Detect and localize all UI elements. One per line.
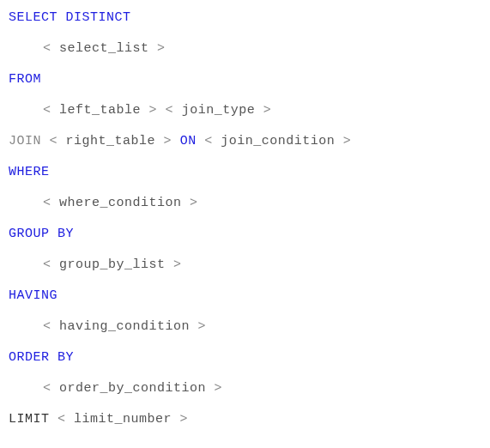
placeholder-left-table: left_table [59, 103, 141, 118]
angle-open: < [43, 319, 51, 334]
angle-open: < [43, 41, 51, 56]
angle-close: > [173, 257, 182, 272]
line-group-by-list: < group_by_list > [9, 257, 481, 273]
angle-close: > [164, 134, 172, 148]
angle-close: > [263, 103, 272, 118]
placeholder-limit-number: limit_number [74, 412, 172, 427]
placeholder-having-condition: having_condition [59, 319, 190, 334]
line-where-condition: < where_condition > [9, 196, 481, 211]
line-select: SELECT DISTINCT [9, 10, 481, 26]
angle-close: > [180, 412, 189, 427]
angle-open: < [166, 103, 174, 118]
keyword-where: WHERE [9, 165, 50, 179]
angle-open: < [50, 134, 58, 148]
keyword-distinct: DISTINCT [66, 10, 131, 25]
placeholder-select-list: select_list [59, 41, 149, 56]
keyword-limit: LIMIT [9, 412, 50, 427]
keyword-on: ON [180, 134, 197, 148]
sql-template-code: SELECT DISTINCT < select_list > FROM < l… [9, 10, 481, 427]
placeholder-join-condition: join_condition [221, 134, 335, 148]
line-group-by: GROUP BY [9, 227, 481, 242]
angle-open: < [43, 196, 51, 210]
line-where: WHERE [9, 165, 481, 180]
angle-open: < [57, 412, 66, 427]
keyword-select: SELECT [9, 10, 57, 25]
angle-close: > [215, 381, 223, 396]
angle-close: > [157, 41, 166, 56]
keyword-join: JOIN [9, 134, 41, 148]
line-order-by-condition: < order_by_condition > [9, 381, 481, 397]
keyword-order-by: ORDER BY [9, 350, 74, 365]
angle-close: > [198, 319, 207, 334]
line-select-list: < select_list > [9, 41, 481, 57]
angle-open: < [43, 103, 51, 118]
line-order-by: ORDER BY [9, 350, 481, 366]
placeholder-where-condition: where_condition [59, 196, 182, 210]
placeholder-right-table: right_table [66, 134, 156, 148]
placeholder-join-type: join_type [182, 103, 256, 118]
line-from: FROM [9, 72, 481, 88]
keyword-from: FROM [9, 72, 41, 87]
line-having-condition: < having_condition > [9, 319, 481, 335]
placeholder-group-by-list: group_by_list [59, 257, 166, 272]
line-join: JOIN < right_table > ON < join_condition… [9, 134, 481, 149]
line-limit: LIMIT < limit_number > [9, 412, 481, 427]
angle-open: < [43, 257, 51, 272]
keyword-having: HAVING [9, 288, 57, 303]
angle-close: > [149, 103, 158, 118]
angle-open: < [204, 134, 213, 148]
line-left-table: < left_table > < join_type > [9, 103, 481, 118]
angle-close: > [190, 196, 198, 210]
angle-close: > [343, 134, 352, 148]
keyword-group-by: GROUP BY [9, 227, 74, 241]
placeholder-order-by-condition: order_by_condition [59, 381, 206, 396]
line-having: HAVING [9, 288, 481, 304]
angle-open: < [43, 381, 51, 396]
